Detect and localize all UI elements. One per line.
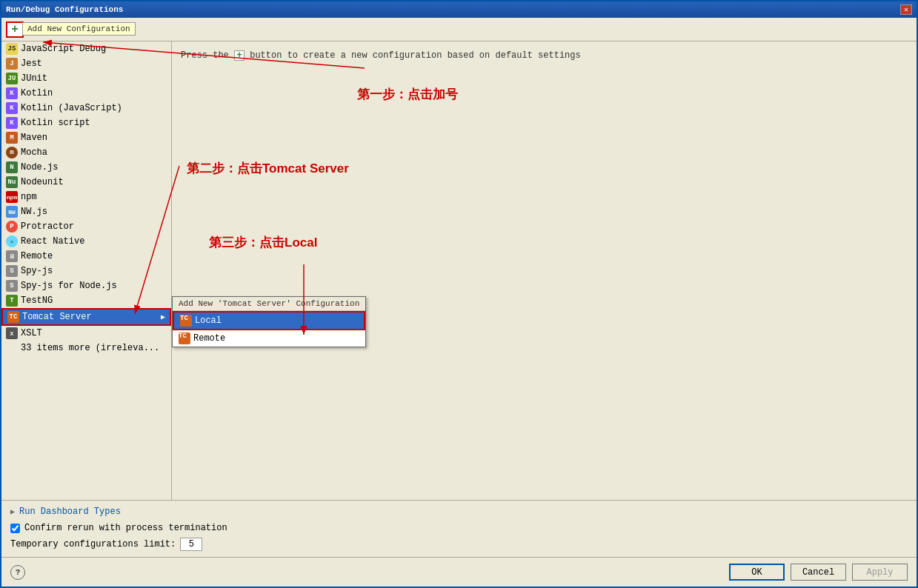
list-item-kotlin-js[interactable]: K Kotlin (JavaScript) xyxy=(1,101,171,116)
list-item-spy-js-node[interactable]: S Spy-js for Node.js xyxy=(1,278,171,293)
plus-inline-icon: + xyxy=(234,50,245,61)
bottom-panel: ▶ Run Dashboard Types Confirm rerun with… xyxy=(1,500,917,557)
kotlin-script-icon: K xyxy=(6,117,18,129)
list-item-kotlin[interactable]: K Kotlin xyxy=(1,86,171,101)
list-item-javascript-debug[interactable]: JS JavaScript Debug xyxy=(1,41,171,56)
title-bar: Run/Debug Configurations ✕ xyxy=(1,1,917,18)
close-button[interactable]: ✕ xyxy=(900,4,912,15)
kotlin-icon: K xyxy=(6,87,18,99)
local-icon: TC xyxy=(180,315,192,327)
spy-js-node-icon: S xyxy=(6,280,18,292)
submenu-remote-icon: TC xyxy=(179,333,190,344)
tomcat-icon: TC xyxy=(7,311,19,323)
run-dashboard-arrow-icon: ▶ xyxy=(10,507,15,516)
maven-icon: M xyxy=(6,132,18,144)
list-item-npm[interactable]: npm npm xyxy=(1,190,171,204)
help-button[interactable]: ? xyxy=(10,565,25,580)
list-item-testng[interactable]: T TestNG xyxy=(1,293,171,308)
submenu-local[interactable]: TC Local xyxy=(173,311,365,330)
list-item-jest[interactable]: J Jest xyxy=(1,56,171,71)
junit-icon: JU xyxy=(6,73,18,84)
npm-icon: npm xyxy=(6,191,18,203)
list-item-junit[interactable]: JU JUnit xyxy=(1,71,171,86)
run-dashboard-section[interactable]: ▶ Run Dashboard Types xyxy=(10,507,908,517)
list-item-nodejs[interactable]: N Node.js xyxy=(1,160,171,175)
list-item-kotlin-script[interactable]: K Kotlin script xyxy=(1,116,171,130)
press-plus-hint: Press the + button to create a new confi… xyxy=(181,50,908,61)
step1-annotation: 第一步：点击加号 xyxy=(357,86,458,103)
nwjs-icon: NW xyxy=(6,206,18,218)
add-configuration-button[interactable]: + xyxy=(6,21,24,38)
xslt-icon: X xyxy=(6,327,18,339)
list-item-nwjs[interactable]: NW NW.js xyxy=(1,204,171,219)
confirm-rerun-checkbox[interactable] xyxy=(10,524,20,533)
configuration-list: JS JavaScript Debug J Jest JU JUnit K Ko… xyxy=(1,41,172,500)
list-item-maven[interactable]: M Maven xyxy=(1,130,171,145)
list-item-tomcat[interactable]: TC Tomcat Server ▶ xyxy=(1,308,171,326)
nodeunit-icon: Nu xyxy=(6,176,18,188)
ok-button[interactable]: OK xyxy=(729,564,785,581)
nodejs-icon: N xyxy=(6,161,18,173)
list-item-remote[interactable]: 🖥 Remote xyxy=(1,249,171,264)
list-item-protractor[interactable]: P Protractor xyxy=(1,219,171,234)
remote-icon: 🖥 xyxy=(6,250,18,262)
list-item-react-native[interactable]: ⚛ React Native xyxy=(1,234,171,249)
protractor-icon: P xyxy=(6,221,18,233)
button-row: ? OK Cancel Apply xyxy=(1,557,917,587)
tomcat-submenu: Add New 'Tomcat Server' Configuration TC… xyxy=(172,296,366,347)
spy-js-icon: S xyxy=(6,265,18,277)
list-item-mocha[interactable]: m Mocha xyxy=(1,145,171,160)
mocha-icon: m xyxy=(6,147,18,158)
step3-annotation: 第三步：点击Local xyxy=(209,234,317,251)
kotlin-js-icon: K xyxy=(6,102,18,114)
testng-icon: T xyxy=(6,295,18,307)
temp-config-label: Temporary configurations limit: xyxy=(10,539,176,549)
list-item-xslt[interactable]: X XSLT xyxy=(1,326,171,341)
confirm-rerun-label: Confirm rerun with process termination xyxy=(24,523,227,533)
step2-annotation: 第二步：点击Tomcat Server xyxy=(187,160,349,177)
cancel-button[interactable]: Cancel xyxy=(791,564,846,581)
submenu-remote[interactable]: TC Remote xyxy=(173,330,365,347)
submenu-header: Add New 'Tomcat Server' Configuration xyxy=(173,297,365,311)
list-item-spy-js[interactable]: S Spy-js xyxy=(1,264,171,278)
dialog-title: Run/Debug Configurations xyxy=(6,5,123,14)
run-debug-dialog: Run/Debug Configurations ✕ + Add New Con… xyxy=(0,0,918,588)
main-panel: Press the + button to create a new confi… xyxy=(172,41,917,500)
toolbar: + Add New Configuration − ⧉ ↑ ↓ 📁 ⇅ xyxy=(1,18,917,41)
list-item-nodeunit[interactable]: Nu Nodeunit xyxy=(1,175,171,190)
tomcat-submenu-arrow: ▶ xyxy=(161,313,165,321)
react-native-icon: ⚛ xyxy=(6,235,18,247)
list-item-more[interactable]: 33 items more (irreleva... xyxy=(1,341,171,355)
jest-icon: J xyxy=(6,58,18,70)
confirm-rerun-row: Confirm rerun with process termination xyxy=(10,523,908,533)
more-icon xyxy=(6,342,18,354)
temp-config-input[interactable] xyxy=(180,538,202,551)
javascript-debug-icon: JS xyxy=(6,43,18,55)
content-area: JS JavaScript Debug J Jest JU JUnit K Ko… xyxy=(1,41,917,500)
apply-button[interactable]: Apply xyxy=(852,564,908,581)
add-configuration-tooltip: Add New Configuration xyxy=(22,22,136,36)
temp-config-row: Temporary configurations limit: xyxy=(10,538,908,551)
